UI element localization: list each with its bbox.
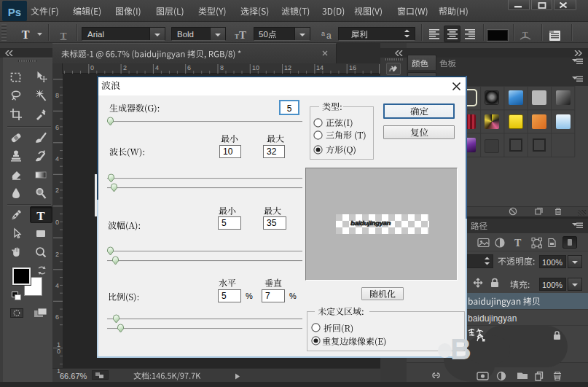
svg-text:0: 0 (55, 219, 59, 226)
svg-text:4: 4 (55, 282, 59, 289)
svg-text:6: 6 (55, 313, 59, 321)
svg-text:T: T (514, 238, 522, 249)
svg-text:2: 2 (55, 251, 59, 258)
svg-text:0: 0 (57, 348, 60, 355)
